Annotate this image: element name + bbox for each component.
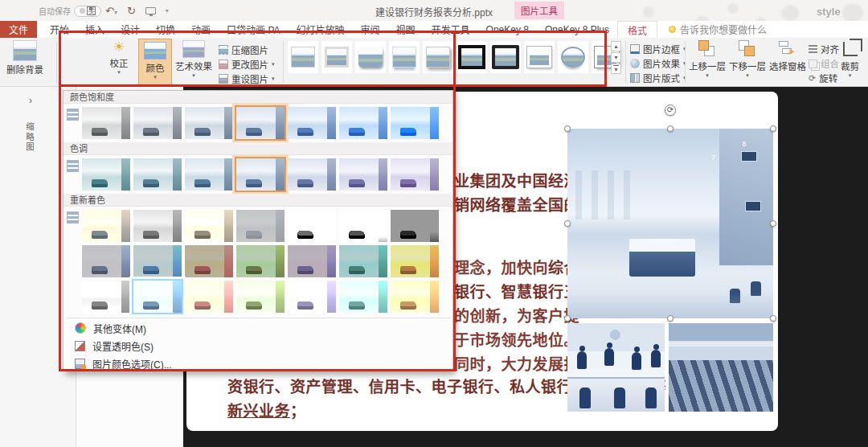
tab-开始[interactable]: 开始 (42, 23, 77, 36)
style-reflection[interactable] (389, 41, 420, 73)
tab-插入[interactable]: 插入 (77, 23, 113, 36)
tone-gallery (67, 158, 439, 191)
slide-picture-bank-hall[interactable]: 7 8 (567, 129, 773, 318)
rotate-handle[interactable]: ⟳ (665, 105, 676, 116)
slide-picture-service-desk[interactable] (567, 323, 665, 412)
crop-button[interactable]: 裁剪 ▾ (841, 40, 859, 77)
tone-thumb-1[interactable] (82, 158, 130, 191)
color-button[interactable]: 颜色 ▾ (138, 39, 172, 86)
selection-handle-top-right[interactable] (770, 125, 776, 132)
recolor-light-green[interactable] (236, 281, 285, 313)
picture-layout-button[interactable]: 图片版式▾ (630, 72, 686, 84)
gallery-scroll-down-icon[interactable]: ▼ (611, 52, 621, 63)
slide-picture-branch-exterior[interactable] (669, 323, 773, 412)
tone-thumb-2[interactable] (133, 158, 182, 191)
expand-pane-icon[interactable]: › (29, 95, 32, 106)
tab-切换[interactable]: 切换 (148, 23, 183, 36)
tab-设计[interactable]: 设计 (113, 23, 148, 36)
recolor-light-orange[interactable] (391, 281, 439, 313)
selection-pane-button[interactable]: ➤ 选择窗格 (768, 40, 807, 72)
slide-text-line-6: 于市场领先地位。 (454, 328, 579, 350)
artistic-effects-button[interactable]: 艺术效果 ▾ (175, 40, 212, 77)
recolor-row-2 (67, 245, 439, 277)
compress-picture-button[interactable]: 压缩图片 (219, 43, 268, 56)
selection-handle-top-mid[interactable] (667, 125, 674, 132)
selection-handle-bottom-left[interactable] (564, 315, 571, 322)
style-drop-shadow[interactable] (423, 41, 453, 73)
tell-me-box[interactable]: 告诉我你想要做什么 (669, 21, 767, 38)
saturation-thumb-2[interactable] (133, 107, 182, 139)
tab-审阅[interactable]: 审阅 (353, 23, 388, 36)
picture-effects-button[interactable]: 图片效果▾ (630, 57, 686, 70)
tone-thumb-4[interactable] (236, 158, 285, 191)
saturation-thumb-1[interactable] (82, 107, 130, 139)
saturation-thumb-5[interactable] (288, 107, 336, 139)
tab-OneKey 8 Plus[interactable]: OneKey 8 Plus (537, 24, 617, 35)
gallery-scroll-up-icon[interactable]: ▲ (611, 41, 621, 51)
style-beveled-matte[interactable] (321, 41, 352, 73)
saturation-thumb-3[interactable] (185, 107, 233, 139)
send-backward-button[interactable]: 下移一层 ▾ (728, 40, 767, 77)
recolor-dark-blue[interactable] (133, 245, 182, 277)
recolor-original[interactable] (82, 210, 130, 242)
picture-color-options-icon (75, 359, 85, 369)
tab-幻灯片放映[interactable]: 幻灯片放映 (289, 23, 353, 36)
reset-picture-button[interactable]: 重设图片▾ (219, 72, 275, 85)
picture-border-button[interactable]: 图片边框▾ (630, 43, 686, 55)
saturation-thumb-4[interactable] (236, 107, 285, 139)
recolor-light-red[interactable] (185, 281, 233, 313)
recolor-dark-bluegray[interactable] (82, 245, 130, 277)
tab-format-active[interactable]: 格式 (617, 21, 657, 38)
gallery-more-icon[interactable]: ▼ (611, 64, 621, 74)
recolor-light-teal[interactable] (339, 281, 387, 313)
selection-handle-mid-right[interactable] (770, 220, 776, 227)
bring-forward-button[interactable]: 上移一层 ▾ (688, 40, 727, 77)
style-black-simple-frame[interactable] (490, 41, 521, 73)
tone-thumb-5[interactable] (288, 158, 336, 191)
change-picture-button[interactable]: 更改图片▾ (219, 58, 275, 71)
tone-thumb-7[interactable] (391, 158, 439, 191)
style-soft-rounded[interactable] (355, 41, 386, 73)
thumbnail-pane-label: 缩略图 (24, 122, 36, 153)
recolor-dark-teal[interactable] (339, 245, 387, 277)
corrections-button[interactable]: ☀ 校正 ▾ (103, 40, 135, 74)
set-transparent-color-item[interactable]: 设置透明色(S) (63, 337, 452, 355)
slide-text-line-4: 银行、智慧银行五 (454, 280, 579, 301)
selection-handle-bottom-mid[interactable] (667, 315, 674, 322)
recolor-light-blue[interactable] (133, 281, 182, 313)
recolor-bw-50[interactable] (339, 210, 387, 242)
tone-thumb-3[interactable] (185, 158, 233, 191)
recolor-dark-purple[interactable] (288, 245, 336, 277)
recolor-washout[interactable] (236, 210, 285, 242)
style-black-thick-frame[interactable] (457, 41, 487, 73)
remove-background-button[interactable]: 删除背景 (6, 40, 43, 76)
recolor-light-gray[interactable] (82, 281, 130, 313)
recolor-grayscale[interactable] (133, 210, 182, 242)
picture-color-options-item[interactable]: 图片颜色选项(C)... (63, 355, 452, 372)
tab-OneKey 8[interactable]: OneKey 8 (478, 24, 537, 35)
picture-detail (575, 170, 637, 219)
recolor-dark-green[interactable] (236, 245, 285, 277)
tab-动画[interactable]: 动画 (183, 23, 219, 36)
recolor-sepia[interactable] (185, 210, 233, 242)
recolor-dark-orange[interactable] (391, 245, 439, 277)
recolor-dark-red[interactable] (185, 245, 233, 277)
recolor-section-header: 重新着色 (63, 194, 452, 207)
recolor-light-purple[interactable] (288, 281, 336, 313)
recolor-bw-75[interactable] (391, 210, 439, 242)
selection-handle-bottom-right[interactable] (770, 315, 776, 322)
more-variations-item[interactable]: 其他变体(M) (63, 319, 452, 337)
tab-开发工具[interactable]: 开发工具 (424, 23, 478, 36)
selection-handle-top-left[interactable] (564, 125, 571, 132)
saturation-thumb-7[interactable] (391, 107, 439, 139)
style-soft-oval[interactable] (558, 41, 588, 73)
style-white-frame-shadow[interactable] (524, 41, 555, 73)
tab-视图[interactable]: 视图 (388, 23, 424, 36)
style-simple-frame[interactable] (288, 41, 318, 73)
tab-file[interactable]: 文件 (0, 21, 37, 38)
selection-handle-mid-left[interactable] (564, 220, 571, 227)
recolor-bw-25[interactable] (288, 210, 336, 242)
tab-口袋动画 PA[interactable]: 口袋动画 PA (219, 23, 288, 36)
tone-thumb-6[interactable] (339, 158, 387, 191)
saturation-thumb-6[interactable] (339, 107, 387, 139)
